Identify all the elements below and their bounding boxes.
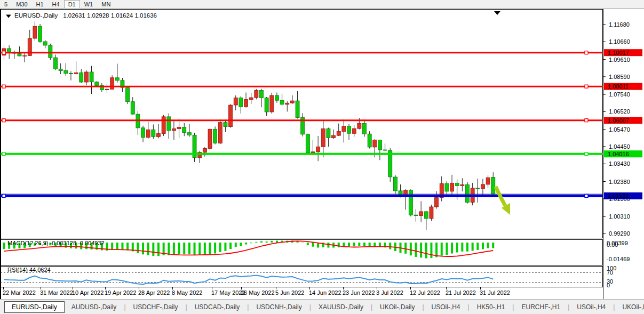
- tab-usdchf-daily[interactable]: USDCHF-,Daily: [126, 301, 185, 313]
- tab-xauusd-daily[interactable]: XAUUSD-,Daily: [312, 301, 370, 313]
- tab-usdcnh-daily[interactable]: USDCNH-,Daily: [249, 301, 308, 313]
- date-label: 14 Jun 2022: [309, 289, 341, 296]
- price-line-badge: 1.01531: [604, 192, 642, 199]
- timeframe-button-m30[interactable]: M30: [12, 0, 31, 9]
- chart-title-symbol: EURUSD-,Daily: [14, 12, 58, 19]
- tab-eurchf-h1[interactable]: EURCHF-,H1: [514, 301, 567, 313]
- price-tick-label: 1.08590: [609, 74, 630, 80]
- price-tick-label: 1.04450: [609, 143, 630, 150]
- candle: [229, 104, 233, 128]
- rsi-label: RSI(14) 44.0624: [7, 267, 51, 273]
- price-tick-label: 1.03430: [609, 160, 630, 167]
- svg-text:1.08011: 1.08011: [608, 83, 629, 90]
- price-hline-101531[interactable]: [1, 194, 603, 197]
- svg-text:1.10017: 1.10017: [608, 50, 629, 56]
- macd-axis-zero: 0.00: [607, 241, 618, 248]
- line-handle: [2, 51, 5, 54]
- date-label: 12 Jul 2022: [410, 289, 440, 296]
- timeframe-button-d1[interactable]: D1: [64, 0, 80, 9]
- price-tick-label: 1.02380: [609, 179, 630, 185]
- price-line-badge: 1.06007: [604, 117, 642, 124]
- tab-ukoil-h4[interactable]: UKOil-,H4: [615, 301, 644, 313]
- tab-eurusd-daily[interactable]: EURUSD-,Daily: [4, 301, 65, 313]
- tab-hk50-h1[interactable]: HK50-,H1: [470, 301, 512, 313]
- price-tick-label: 0.99290: [609, 230, 630, 237]
- timeframe-button-mn[interactable]: MN: [97, 0, 115, 9]
- candle: [38, 24, 42, 43]
- tab-audusd-daily[interactable]: AUDUSD-,Daily: [65, 301, 124, 313]
- candle: [49, 44, 52, 60]
- price-tick-label: 1.07540: [609, 91, 630, 98]
- date-label: 8 May 2022: [172, 289, 202, 296]
- line-handle: [585, 85, 588, 88]
- candle: [409, 189, 412, 216]
- tab-usdcad-daily[interactable]: USDCAD-,Daily: [188, 301, 247, 313]
- chart-title-ohlc: 1.02631 1.02928 1.01624 1.01636: [63, 12, 157, 19]
- price-tick-label: 1.09610: [609, 57, 630, 63]
- date-label: 31 Mar 2022: [40, 289, 73, 296]
- date-label: 5 Jun 2022: [275, 289, 304, 296]
- price-tick-label: 1.05470: [609, 126, 630, 133]
- candle: [368, 131, 371, 148]
- svg-text:1.04016: 1.04016: [608, 151, 629, 157]
- line-handle: [2, 194, 5, 197]
- line-handle: [2, 119, 5, 122]
- timeframe-toolbar: 5M30H1H4D1W1MN: [0, 0, 644, 9]
- date-label: 3 Jul 2022: [376, 289, 403, 296]
- svg-text:1.01531: 1.01531: [608, 192, 629, 199]
- candle: [208, 128, 212, 150]
- chart-title: EURUSD-,Daily1.02631 1.02928 1.01624 1.0…: [14, 12, 157, 19]
- candle: [430, 205, 433, 221]
- price-line-badge: 1.08011: [604, 83, 642, 90]
- line-handle: [2, 152, 5, 156]
- rsi-axis-label: 70: [607, 269, 613, 276]
- candle: [306, 134, 309, 155]
- tab-usoil-h4-2[interactable]: USOil-,H4: [570, 301, 613, 313]
- tab-usoil-h4[interactable]: USOil-,H4: [425, 301, 467, 313]
- price-tick-label: 1.06520: [609, 108, 630, 115]
- candle: [218, 119, 222, 144]
- date-label: 26 May 2022: [241, 289, 275, 296]
- date-label: 22 Mar 2022: [3, 289, 36, 296]
- candle: [126, 87, 130, 104]
- date-label: 23 Jun 2022: [343, 289, 375, 296]
- timeframe-button-h4[interactable]: H4: [48, 0, 64, 9]
- candle: [466, 182, 470, 204]
- price-tick-label: 1.10660: [609, 38, 630, 45]
- chart-canvas[interactable]: 1.116801.106601.096101.085901.075401.065…: [0, 9, 644, 300]
- line-handle: [585, 119, 588, 122]
- timeframe-button-5[interactable]: 5: [0, 0, 12, 9]
- candle: [270, 93, 274, 114]
- candle: [213, 126, 217, 144]
- price-line-badge: 1.04016: [604, 150, 642, 157]
- date-label: 21 Jul 2022: [446, 289, 476, 296]
- price-line-badge: 1.10017: [604, 49, 642, 56]
- line-handle: [2, 85, 5, 88]
- timeframe-button-h1[interactable]: H1: [32, 0, 48, 9]
- price-tick-label: 1.00310: [609, 213, 630, 220]
- line-handle: [585, 152, 588, 156]
- symbol-tab-bar: EURUSD-,DailyAUDUSD-,Daily|USDCHF-,Daily…: [0, 300, 644, 314]
- line-handle: [585, 51, 588, 54]
- candle: [255, 89, 258, 99]
- candle: [193, 133, 196, 162]
- macd-label: MACD(12,26,9) -0.003128 -0.004932: [7, 240, 105, 246]
- svg-text:1.06007: 1.06007: [608, 117, 629, 124]
- line-handle: [585, 194, 588, 197]
- date-label: 31 Jul 2022: [480, 289, 510, 296]
- date-label: 10 Apr 2022: [72, 289, 104, 296]
- price-tick-label: 1.11680: [609, 21, 630, 28]
- timeframe-button-w1[interactable]: W1: [80, 0, 98, 9]
- date-label: 28 Apr 2022: [138, 289, 170, 296]
- macd-axis-min: -0.01469: [607, 256, 630, 262]
- date-label: 19 Apr 2022: [105, 289, 136, 296]
- tab-ukoil-daily[interactable]: UKOil-,Daily: [373, 301, 422, 313]
- rsi-axis-label: 0: [607, 282, 610, 288]
- candle: [162, 115, 165, 136]
